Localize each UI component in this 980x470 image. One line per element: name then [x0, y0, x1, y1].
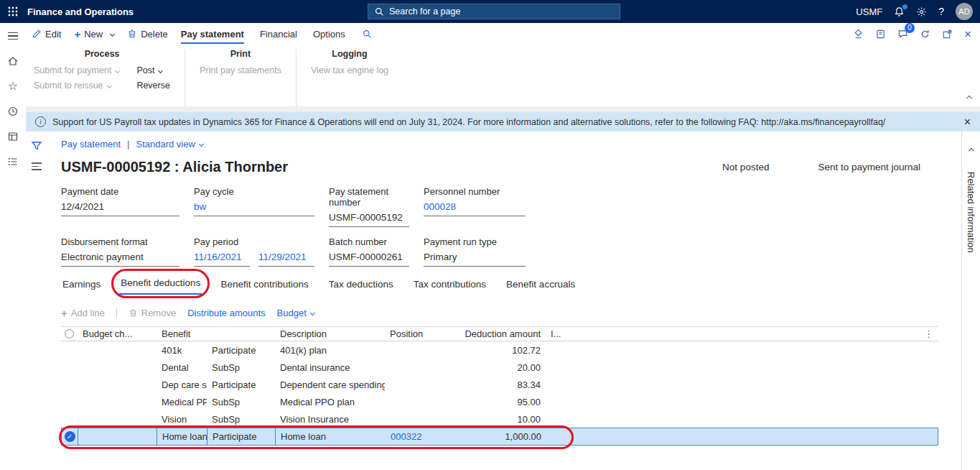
column-i[interactable]: I... — [546, 328, 578, 339]
cell-position-link[interactable]: 000322 — [386, 431, 449, 442]
view-tax-engine-log-button[interactable]: View tax engine log — [311, 65, 388, 75]
reverse-button[interactable]: Reverse — [136, 80, 170, 91]
budget-button[interactable]: Budget — [277, 308, 314, 318]
cell-amount[interactable]: 95.00 — [449, 397, 546, 407]
collapse-action-pane-chevron-icon[interactable] — [967, 91, 971, 103]
settings-gear-icon[interactable] — [916, 6, 927, 17]
column-budget-check[interactable]: Budget ch... — [78, 328, 157, 339]
tab-financial[interactable]: Financial — [260, 23, 297, 45]
app-launcher-icon[interactable] — [0, 0, 26, 23]
cell-benefit[interactable]: 401k — [157, 345, 207, 356]
remove-button[interactable]: Remove — [129, 308, 176, 318]
cell-description[interactable]: Home loan — [276, 431, 386, 442]
tab-tax-deductions[interactable]: Tax deductions — [327, 275, 395, 295]
cell-option[interactable]: Participate — [207, 345, 275, 356]
pay-period-end-value[interactable]: 11/29/2021 — [258, 251, 314, 267]
workspaces-icon[interactable] — [5, 129, 21, 144]
favorites-star-icon[interactable]: ☆ — [5, 78, 21, 94]
cell-amount[interactable]: 102.72 — [449, 345, 546, 356]
pay-statement-number-value[interactable]: USMF-00005192 — [329, 211, 409, 227]
view-selector[interactable]: Standard view — [136, 139, 203, 149]
column-position[interactable]: Position — [385, 328, 449, 339]
row-selected-check-icon[interactable]: ✓ — [65, 431, 75, 442]
cell-description[interactable]: Vision Insurance — [275, 414, 385, 425]
cell-benefit[interactable]: Dental — [157, 362, 207, 373]
tab-earnings[interactable]: Earnings — [61, 275, 102, 295]
list-view-icon[interactable] — [32, 162, 42, 170]
cell-description[interactable]: Dental insurance — [275, 362, 385, 373]
breadcrumb[interactable]: Pay statement — [61, 139, 121, 149]
cell-benefit[interactable]: Dep care sp... — [157, 379, 207, 390]
recent-clock-icon[interactable] — [5, 103, 21, 119]
menu-icon[interactable] — [5, 28, 21, 44]
action-search-icon[interactable] — [363, 29, 372, 39]
tab-pay-statement[interactable]: Pay statement — [181, 23, 244, 45]
cell-description[interactable]: 401(k) plan — [275, 345, 385, 356]
cell-benefit[interactable]: Vision — [157, 414, 207, 425]
cell-benefit[interactable]: Home loan — [157, 428, 207, 445]
personnel-number-value[interactable]: 000028 — [424, 201, 526, 216]
close-icon[interactable]: × — [964, 28, 971, 40]
cell-option[interactable]: Participate — [207, 379, 275, 390]
submit-to-reissue-button[interactable]: Submit to reissue — [34, 80, 111, 91]
cell-option[interactable]: SubSp — [207, 397, 275, 407]
disbursement-format-value[interactable]: Electronic payment — [61, 251, 179, 267]
open-new-window-icon[interactable] — [942, 29, 953, 40]
select-all-checkbox[interactable] — [61, 329, 78, 338]
related-information-label[interactable]: Related information — [966, 172, 976, 253]
submit-for-payment-button[interactable]: Submit for payment — [34, 65, 119, 75]
cell-option[interactable]: SubSp — [207, 414, 275, 425]
messages-icon[interactable]: 0 — [897, 29, 908, 40]
cell-option[interactable]: Participate — [207, 428, 276, 445]
add-line-button[interactable]: +Add line — [61, 308, 105, 318]
grid-row-dep-care[interactable]: Dep care sp... Participate Dependent car… — [61, 376, 938, 393]
cell-amount[interactable]: 83.34 — [449, 379, 546, 390]
pay-period-start-value[interactable]: 11/16/2021 — [194, 251, 250, 267]
tab-tax-contributions[interactable]: Tax contributions — [412, 275, 487, 295]
cell-amount[interactable]: 20.00 — [449, 362, 546, 373]
print-pay-statements-button[interactable]: Print pay statements — [200, 65, 281, 75]
payment-run-type-value[interactable]: Primary — [424, 251, 526, 267]
message-bar-close-icon[interactable]: × — [964, 116, 971, 128]
cell-description[interactable]: Dependent care spending... — [275, 379, 385, 390]
personalize-icon[interactable] — [853, 29, 864, 40]
help-button[interactable]: ? — [938, 6, 944, 17]
row-checkbox[interactable]: ✓ — [62, 428, 78, 445]
modules-icon[interactable] — [5, 154, 21, 170]
tab-benefit-contributions[interactable]: Benefit contributions — [219, 275, 309, 295]
distribute-amounts-button[interactable]: Distribute amounts — [187, 308, 265, 318]
batch-number-value[interactable]: USMF-00000261 — [329, 251, 409, 267]
home-icon[interactable] — [5, 53, 21, 69]
cell-description[interactable]: Medical PPO plan — [275, 397, 385, 407]
grid-row-home-loan-selected[interactable]: ✓ Home loan Participate Home loan 000322… — [61, 428, 938, 446]
edit-button[interactable]: Edit — [32, 29, 61, 40]
tab-benefit-accruals[interactable]: Benefit accruals — [505, 275, 577, 295]
grid-options-kebab-icon[interactable]: ⋮ — [578, 328, 938, 339]
tab-benefit-deductions[interactable]: Benefit deductions — [119, 273, 202, 295]
search-input[interactable]: Search for a page — [368, 4, 620, 19]
grid-row-medical-ppo[interactable]: Medical PPO SubSp Medical PPO plan 95.00 — [61, 393, 938, 410]
guide-book-icon[interactable] — [875, 29, 886, 40]
delete-button[interactable]: Delete — [127, 29, 168, 40]
new-button[interactable]: + New — [74, 29, 114, 40]
cell-amount[interactable]: 1,000.00 — [449, 431, 546, 442]
payment-date-value[interactable]: 12/4/2021 — [61, 201, 179, 216]
column-description[interactable]: Description — [275, 328, 385, 339]
cell-amount[interactable]: 10.00 — [449, 414, 546, 425]
tab-options[interactable]: Options — [313, 23, 345, 45]
notifications-button[interactable] — [894, 6, 905, 17]
cell-option[interactable]: SubSp — [207, 362, 275, 373]
pay-cycle-value[interactable]: bw — [194, 201, 314, 216]
collapse-pane-chevron-icon[interactable] — [969, 143, 974, 156]
filter-funnel-icon[interactable] — [31, 140, 42, 152]
refresh-icon[interactable] — [920, 29, 930, 40]
post-button[interactable]: Post — [136, 65, 162, 75]
grid-row-401k[interactable]: 401k Participate 401(k) plan 102.72 — [61, 341, 938, 359]
grid-row-dental[interactable]: Dental SubSp Dental insurance 20.00 — [61, 359, 938, 376]
column-benefit[interactable]: Benefit — [157, 328, 207, 339]
avatar[interactable]: AD — [956, 3, 973, 20]
company-selector[interactable]: USMF — [856, 6, 882, 17]
cell-benefit[interactable]: Medical PPO — [157, 397, 207, 407]
column-deduction-amount[interactable]: Deduction amount — [449, 328, 546, 339]
grid-row-vision[interactable]: Vision SubSp Vision Insurance 10.00 — [61, 410, 938, 428]
